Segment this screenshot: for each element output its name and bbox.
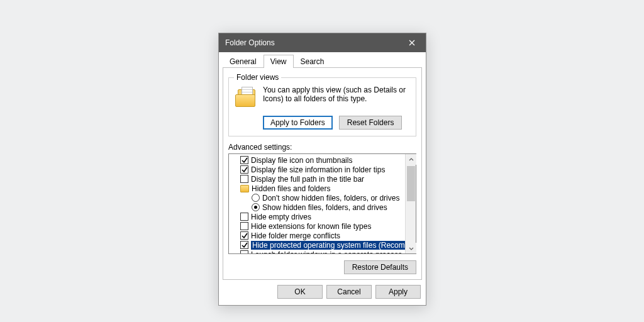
tree-item[interactable]: Don't show hidden files, folders, or dri…	[229, 193, 405, 203]
tree-item-label: Hide folder merge conflicts	[251, 231, 340, 240]
tab-general[interactable]: General	[223, 55, 264, 68]
tree-item-label: Hide empty drives	[251, 213, 311, 221]
advanced-settings-tree[interactable]: Display file icon on thumbnailsDisplay f…	[228, 153, 416, 254]
chevron-down-icon	[409, 246, 414, 251]
tree-item[interactable]: Hide empty drives	[229, 212, 405, 221]
tree-item-label: Display file icon on thumbnails	[251, 156, 352, 165]
folder-views-description: You can apply this view (such as Details…	[263, 86, 411, 111]
checkbox[interactable]	[240, 250, 248, 253]
dialog-button-row: OK Cancel Apply	[219, 280, 426, 305]
tree-item-label: Hide extensions for known file types	[251, 222, 371, 231]
tree-item[interactable]: Display the full path in the title bar	[229, 174, 405, 184]
restore-defaults-button[interactable]: Restore Defaults	[344, 260, 416, 274]
close-button[interactable]	[398, 33, 426, 52]
folder-views-group: Folder views You can apply this view (su…	[228, 73, 416, 136]
reset-folders-button[interactable]: Reset Folders	[339, 116, 402, 130]
tree-item-label: Hide protected operating system files (R…	[251, 241, 405, 250]
checkbox[interactable]	[240, 231, 248, 240]
tree-item-label: Don't show hidden files, folders, or dri…	[262, 194, 399, 203]
tree-item[interactable]: Display file size information in folder …	[229, 165, 405, 174]
tab-panel-view: Folder views You can apply this view (su…	[223, 67, 422, 280]
radio[interactable]	[252, 194, 260, 202]
tree-item[interactable]: Display file icon on thumbnails	[229, 155, 405, 165]
tree-item[interactable]: Hide protected operating system files (R…	[229, 240, 405, 250]
checkbox[interactable]	[240, 156, 248, 164]
checkbox[interactable]	[240, 175, 248, 183]
tree-item-label: Launch folder windows in a separate proc…	[251, 250, 402, 254]
tree-item[interactable]: Launch folder windows in a separate proc…	[229, 250, 405, 253]
cancel-button[interactable]: Cancel	[326, 285, 372, 299]
radio[interactable]	[252, 203, 260, 211]
dialog-title: Folder Options	[225, 38, 398, 47]
checkbox[interactable]	[240, 165, 248, 174]
tree-item-label: Display file size information in folder …	[251, 165, 385, 174]
apply-button[interactable]: Apply	[375, 285, 421, 299]
tree-item[interactable]: Show hidden files, folders, and drives	[229, 203, 405, 212]
tree-item[interactable]: Hide folder merge conflicts	[229, 231, 405, 240]
tab-view[interactable]: View	[264, 55, 294, 68]
close-icon	[409, 40, 415, 46]
checkbox[interactable]	[240, 241, 248, 249]
tab-search[interactable]: Search	[294, 55, 331, 68]
folder-views-legend: Folder views	[234, 73, 281, 82]
folder-views-icon	[235, 87, 259, 111]
checkbox[interactable]	[240, 222, 248, 230]
tab-strip: General View Search	[219, 52, 426, 67]
scroll-down-button[interactable]	[406, 243, 416, 253]
tree-item-label: Show hidden files, folders, and drives	[262, 203, 387, 212]
apply-to-folders-button[interactable]: Apply to Folders	[263, 116, 333, 130]
scroll-thumb[interactable]	[407, 166, 415, 201]
tree-item[interactable]: Hidden files and folders	[229, 184, 405, 193]
folder-options-dialog: Folder Options General View Search Folde…	[218, 33, 426, 306]
advanced-settings-label: Advanced settings:	[228, 143, 416, 152]
folder-icon	[240, 185, 249, 192]
titlebar[interactable]: Folder Options	[219, 33, 426, 52]
ok-button[interactable]: OK	[277, 285, 323, 299]
checkbox[interactable]	[240, 213, 248, 221]
scroll-up-button[interactable]	[406, 154, 416, 165]
tree-item-label: Display the full path in the title bar	[251, 175, 364, 184]
tree-item-label: Hidden files and folders	[252, 184, 330, 193]
chevron-up-icon	[409, 157, 414, 162]
scrollbar[interactable]	[405, 154, 416, 253]
tree-item[interactable]: Hide extensions for known file types	[229, 221, 405, 231]
